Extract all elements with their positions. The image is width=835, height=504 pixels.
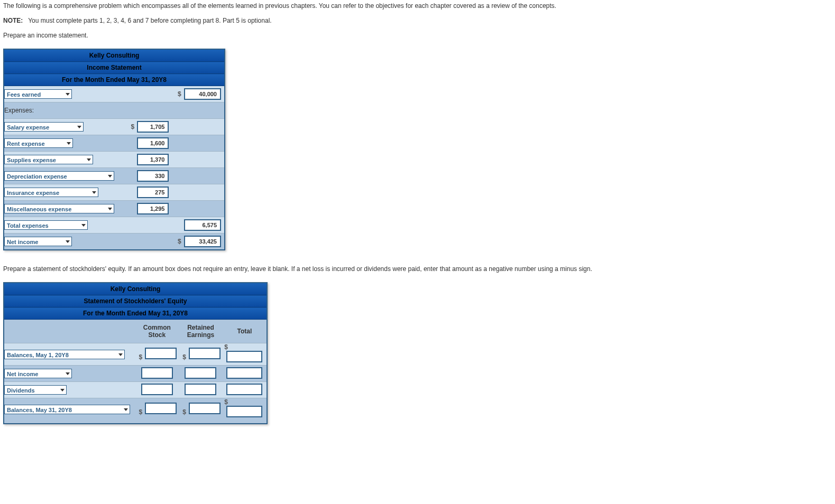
- chevron-down-icon: [66, 93, 70, 96]
- chevron-down-icon: [108, 208, 112, 210]
- chevron-down-icon: [87, 158, 91, 161]
- chevron-down-icon: [118, 353, 123, 356]
- balances-may31-select[interactable]: Balances, May 31, 20Y8: [4, 405, 130, 414]
- tbl2-header-3: For the Month Ended May 31, 20Y8: [4, 307, 267, 320]
- salary-expense-label: Salary expense: [7, 124, 49, 130]
- dollar-icon: $: [137, 353, 142, 361]
- equity-net-income-select[interactable]: Net income: [4, 369, 72, 378]
- net-income-label: Net income: [7, 239, 38, 245]
- fees-earned-select[interactable]: Fees earned: [4, 89, 72, 99]
- tbl1-header-1: Kelly Consulting: [4, 49, 225, 62]
- bal2-common-input[interactable]: [145, 403, 177, 414]
- chevron-down-icon: [60, 389, 65, 391]
- depreciation-expense-label: Depreciation expense: [7, 173, 67, 180]
- balances-may1-select[interactable]: Balances, May 1, 20Y8: [4, 350, 125, 359]
- rent-expense-select[interactable]: Rent expense: [4, 138, 73, 148]
- chevron-down-icon: [92, 191, 96, 194]
- div-total-input[interactable]: [226, 384, 262, 395]
- div-common-input[interactable]: [141, 384, 173, 395]
- balances-may31-label: Balances, May 31, 20Y8: [7, 407, 72, 413]
- chevron-down-icon: [124, 408, 128, 411]
- rent-expense-input[interactable]: 1,600: [137, 137, 169, 149]
- dollar-icon: $: [223, 343, 232, 351]
- instruction-2: Prepare a statement of stockholders' equ…: [3, 265, 832, 273]
- chevron-down-icon: [108, 175, 112, 178]
- supplies-expense-select[interactable]: Supplies expense: [4, 155, 93, 164]
- net-income-input[interactable]: 33,425: [184, 236, 221, 247]
- col-common-stock: CommonStock: [135, 320, 179, 343]
- dividends-label: Dividends: [7, 387, 35, 394]
- chevron-down-icon: [67, 142, 71, 145]
- rent-expense-label: Rent expense: [7, 141, 45, 147]
- dollar-icon: $: [137, 408, 142, 416]
- bal2-retained-input[interactable]: [189, 403, 221, 414]
- neti-common-input[interactable]: [141, 367, 173, 379]
- col-total: Total: [223, 320, 267, 343]
- income-statement-table: Kelly Consulting Income Statement For th…: [3, 49, 225, 250]
- neti-retained-input[interactable]: [185, 367, 216, 379]
- expenses-heading: Expenses:: [4, 102, 225, 119]
- note-label: NOTE:: [3, 17, 23, 24]
- intro-text: The following is a comprehensive problem…: [3, 2, 832, 10]
- chevron-down-icon: [77, 126, 81, 128]
- stockholders-equity-table: Kelly Consulting Statement of Stockholde…: [3, 282, 268, 424]
- equity-net-income-label: Net income: [7, 371, 38, 377]
- total-expenses-select[interactable]: Total expenses: [4, 220, 88, 230]
- dollar-icon: $: [223, 398, 232, 406]
- insurance-expense-select[interactable]: Insurance expense: [4, 188, 98, 197]
- insurance-expense-input[interactable]: 275: [137, 186, 169, 198]
- bal1-retained-input[interactable]: [189, 348, 221, 359]
- instruction-1: Prepare an income statement.: [3, 32, 832, 39]
- chevron-down-icon: [81, 224, 86, 227]
- bal2-total-input[interactable]: [226, 406, 262, 417]
- tbl2-header-1: Kelly Consulting: [4, 283, 267, 295]
- supplies-expense-input[interactable]: 1,370: [137, 154, 169, 165]
- dollar-icon: $: [176, 238, 181, 245]
- tbl2-header-2: Statement of Stockholders' Equity: [4, 295, 267, 307]
- dollar-icon: $: [181, 353, 186, 361]
- chevron-down-icon: [66, 240, 70, 243]
- depreciation-expense-input[interactable]: 330: [137, 170, 169, 182]
- misc-expense-label: Miscellaneous expense: [7, 206, 71, 212]
- fees-earned-input[interactable]: 40,000: [184, 88, 221, 100]
- dollar-icon: $: [176, 90, 181, 98]
- bal1-total-input[interactable]: [226, 351, 262, 362]
- bal1-common-input[interactable]: [145, 348, 177, 359]
- total-expenses-label: Total expenses: [7, 222, 49, 229]
- depreciation-expense-select[interactable]: Depreciation expense: [4, 171, 114, 181]
- dollar-icon: $: [129, 123, 134, 130]
- insurance-expense-label: Insurance expense: [7, 190, 59, 196]
- supplies-expense-label: Supplies expense: [7, 157, 56, 163]
- tbl1-header-3: For the Month Ended May 31, 20Y8: [4, 74, 225, 86]
- neti-total-input[interactable]: [226, 367, 262, 379]
- misc-expense-select[interactable]: Miscellaneous expense: [4, 204, 114, 213]
- misc-expense-input[interactable]: 1,295: [137, 203, 169, 214]
- dollar-icon: $: [181, 408, 186, 416]
- dividends-select[interactable]: Dividends: [4, 385, 67, 395]
- balances-may1-label: Balances, May 1, 20Y8: [7, 352, 69, 358]
- col-retained-earnings: RetainedEarnings: [179, 320, 223, 343]
- note-body: You must complete parts 1, 2, 3, 4, 6 an…: [28, 17, 272, 24]
- tbl1-header-2: Income Statement: [4, 62, 225, 74]
- salary-expense-select[interactable]: Salary expense: [4, 122, 84, 132]
- note-line: NOTE: You must complete parts 1, 2, 3, 4…: [3, 17, 832, 24]
- salary-expense-input[interactable]: 1,705: [137, 121, 169, 133]
- fees-earned-label: Fees earned: [7, 91, 41, 98]
- div-retained-input[interactable]: [185, 384, 216, 395]
- total-expenses-input[interactable]: 6,575: [184, 219, 221, 231]
- net-income-select[interactable]: Net income: [4, 237, 72, 246]
- chevron-down-icon: [66, 372, 70, 375]
